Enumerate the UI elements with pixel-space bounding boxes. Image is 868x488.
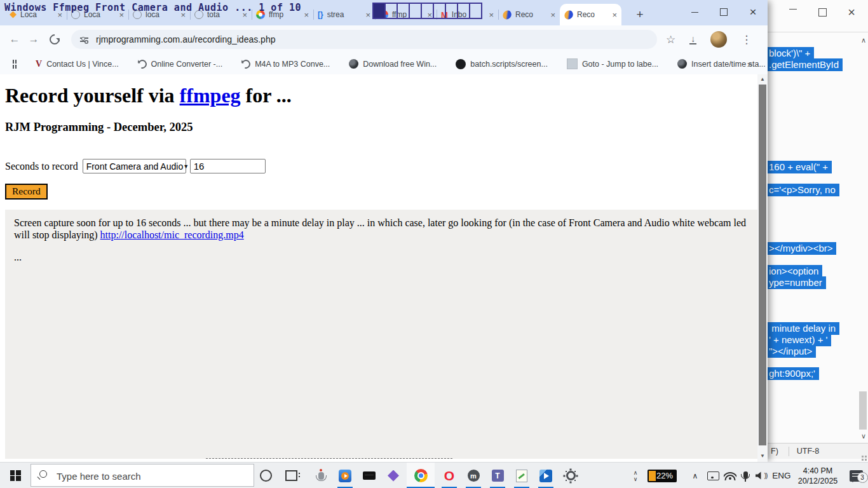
minimize-button[interactable] <box>680 0 709 24</box>
taskbar-app-m-circle[interactable] <box>461 463 485 488</box>
scroll-down-arrow-icon[interactable] <box>757 451 768 461</box>
maximize-button[interactable] <box>816 5 829 19</box>
close-window-button[interactable] <box>845 5 858 19</box>
scroll-up-arrow-icon[interactable] <box>757 74 768 84</box>
browser-tab-active[interactable]: Reco <box>560 4 621 25</box>
tray-network[interactable] <box>722 463 738 488</box>
taskbar-search[interactable] <box>31 464 254 487</box>
page-scrollbar[interactable] <box>757 74 768 462</box>
bookmark-item[interactable]: V Contact Us | Vince... <box>36 59 119 69</box>
selected-code-line[interactable]: .getElementById <box>768 58 843 71</box>
taskbar-app-kindle[interactable] <box>357 463 381 488</box>
close-icon[interactable] <box>304 11 309 19</box>
browser-tab[interactable]: [} strea <box>313 4 375 25</box>
taskbar-overflow-scroll[interactable]: ∧∨ <box>629 463 642 488</box>
bookmark-item[interactable]: batch.scripts/screen... <box>456 59 548 69</box>
resize-grip[interactable] <box>865 456 867 458</box>
selected-code-line[interactable]: ></mydiv><br> <box>768 242 836 255</box>
scrollbar-thumb[interactable] <box>859 391 867 430</box>
menu-dots-icon[interactable] <box>741 33 752 46</box>
tray-volume[interactable] <box>752 463 770 488</box>
task-view-button[interactable] <box>278 463 304 488</box>
close-window-button[interactable] <box>738 0 768 24</box>
bookmark-item[interactable]: Download free Win... <box>349 59 437 69</box>
encoding-label: UTF-8 <box>797 447 819 456</box>
taskbar-app-visual-studio[interactable] <box>381 463 405 488</box>
reload-icon[interactable] <box>48 32 62 47</box>
start-button[interactable] <box>0 463 31 488</box>
bookmark-item[interactable]: Goto - Jump to labe... <box>567 58 658 69</box>
scrollbar-thumb[interactable] <box>759 85 766 445</box>
close-icon[interactable] <box>489 11 494 19</box>
selected-code-line[interactable]: ght:900px;' <box>768 367 819 380</box>
seconds-input[interactable] <box>190 159 266 173</box>
tray-microphone[interactable] <box>738 463 752 488</box>
profile-avatar[interactable] <box>710 31 727 48</box>
chevron-up-icon <box>693 471 698 480</box>
cortana-button[interactable] <box>254 463 277 488</box>
status-left-text: F) <box>771 447 778 456</box>
browser-window: Loca Loca loca tota ffmp <box>0 0 768 462</box>
taskbar-app-notepad[interactable] <box>510 463 534 488</box>
close-icon[interactable] <box>550 11 555 19</box>
bookmark-item[interactable]: Online Converter -... <box>138 60 223 69</box>
apps-grid-icon[interactable] <box>13 60 17 69</box>
editor-window: block')\" + .getElementById 160 + eval("… <box>768 0 868 462</box>
tab-title: Reco <box>515 10 546 19</box>
scroll-up-arrow-icon[interactable] <box>861 36 866 44</box>
site-info-icon[interactable] <box>80 36 88 43</box>
ffmpeg-link[interactable]: ffmpeg <box>180 84 241 107</box>
battery-indicator[interactable]: 22% <box>646 463 679 488</box>
wifi-icon <box>724 471 736 480</box>
recording-link[interactable]: http://localhost/mic_recording.mp4 <box>100 229 244 240</box>
bookmarks-overflow-chevron-icon[interactable] <box>747 58 752 69</box>
status-message: Screen capture soon for up to 16 seconds… <box>14 217 757 241</box>
back-button-icon[interactable] <box>5 33 24 46</box>
selected-code-line[interactable]: ype=number <box>768 276 826 289</box>
url-text[interactable]: rjmprogramming.com.au/recording_ideas.ph… <box>96 34 275 44</box>
show-hidden-icons-button[interactable] <box>688 463 703 488</box>
forward-button-icon[interactable] <box>24 33 43 46</box>
notification-icon: 3 <box>850 470 863 482</box>
tray-display[interactable] <box>704 463 722 488</box>
divider <box>789 447 789 456</box>
clock[interactable]: 4:40 PM 20/12/2025 <box>793 463 843 488</box>
bookmark-label: M4A to MP3 Conve... <box>255 60 330 69</box>
close-icon[interactable] <box>365 11 370 19</box>
recording-mode-select[interactable]: Front Camera and Audio <box>83 159 186 173</box>
taskbar-app-media-player[interactable] <box>333 463 357 488</box>
close-icon[interactable] <box>612 11 617 19</box>
downloads-icon[interactable] <box>689 35 696 44</box>
language-indicator[interactable]: ENG <box>770 463 793 488</box>
address-bar[interactable]: rjmprogramming.com.au/recording_ideas.ph… <box>71 30 657 49</box>
selected-code-line[interactable]: "></input> <box>768 345 816 358</box>
selected-code-line[interactable]: c='<p>Sorry, no <box>768 184 839 196</box>
selected-code-line[interactable]: minute delay in <box>768 322 839 335</box>
page-subtitle: RJM Programming - December, 2025 <box>5 121 757 134</box>
display-icon <box>707 471 719 480</box>
taskbar-app-settings[interactable] <box>558 463 583 488</box>
book-icon <box>363 471 376 480</box>
selected-code-line[interactable]: ' + newext) + ' <box>768 334 831 346</box>
bookmark-star-icon[interactable] <box>666 33 675 46</box>
chevron-up-down-icons: ∧∨ <box>634 470 638 482</box>
taskbar-app-voice-recorder[interactable] <box>309 463 333 488</box>
minimize-button[interactable] <box>787 5 799 19</box>
selected-code-line[interactable]: ion><option <box>768 265 822 278</box>
new-tab-button[interactable] <box>632 7 648 22</box>
notification-center-button[interactable]: 3 <box>844 463 868 488</box>
browser-tab[interactable]: Reco <box>498 4 560 25</box>
editor-status-bar: F) UTF-8 <box>768 443 868 459</box>
record-button[interactable]: Record <box>5 184 48 200</box>
taskbar-app-teams[interactable] <box>485 463 510 488</box>
taskbar-app-chrome-active[interactable] <box>407 463 435 488</box>
scroll-down-arrow-icon[interactable] <box>861 432 866 440</box>
taskbar-app-opera[interactable] <box>437 463 461 488</box>
taskbar-app-movies-tv[interactable] <box>534 463 558 488</box>
selected-code-line[interactable]: block')\" + <box>768 47 814 60</box>
bookmark-label: Download free Win... <box>363 60 437 69</box>
maximize-button[interactable] <box>709 0 738 24</box>
bookmark-item[interactable]: M4A to MP3 Conve... <box>241 60 330 69</box>
search-input[interactable] <box>55 464 251 487</box>
selected-code-line[interactable]: 160 + eval(" + <box>768 161 832 173</box>
